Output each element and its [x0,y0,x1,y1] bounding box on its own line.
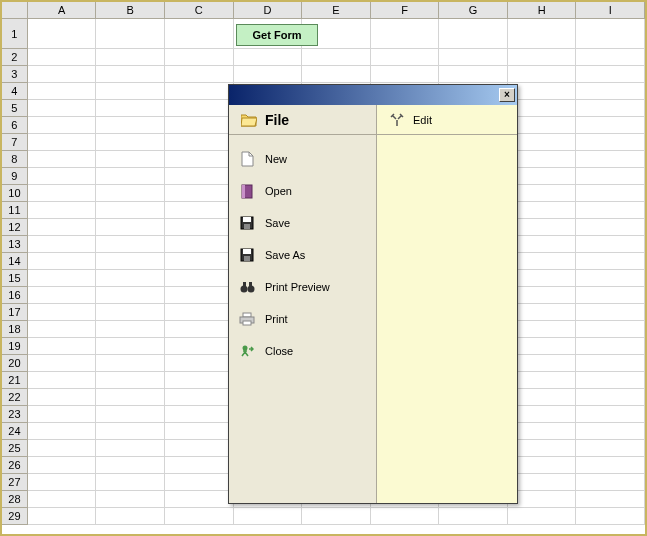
cell[interactable] [576,287,645,304]
cell[interactable] [96,168,165,185]
cell[interactable] [28,457,97,474]
cell[interactable] [28,508,97,525]
row-header[interactable]: 20 [2,355,28,372]
row-header[interactable]: 25 [2,440,28,457]
cell[interactable] [28,117,97,134]
cell[interactable] [28,372,97,389]
row-header[interactable]: 17 [2,304,28,321]
cell[interactable] [96,304,165,321]
cell[interactable] [165,355,234,372]
row-header[interactable]: 14 [2,253,28,270]
row-header[interactable]: 24 [2,423,28,440]
cell[interactable] [508,372,577,389]
cell[interactable] [96,236,165,253]
cell[interactable] [28,19,97,49]
cell[interactable] [28,304,97,321]
col-header[interactable]: D [234,2,303,19]
cell[interactable] [576,219,645,236]
cell[interactable] [96,457,165,474]
cell[interactable] [96,83,165,100]
cell[interactable] [165,83,234,100]
cell[interactable] [508,66,577,83]
cell[interactable] [165,457,234,474]
cell[interactable] [508,100,577,117]
cell[interactable] [576,338,645,355]
cell[interactable] [576,117,645,134]
cell[interactable] [96,491,165,508]
cell[interactable] [508,202,577,219]
cell[interactable] [96,508,165,525]
cell[interactable] [302,508,371,525]
cell[interactable] [96,66,165,83]
cell[interactable] [234,508,303,525]
cell[interactable] [165,389,234,406]
cell[interactable] [96,202,165,219]
cell[interactable] [576,304,645,321]
cell[interactable] [508,83,577,100]
row-header[interactable]: 13 [2,236,28,253]
cell[interactable] [576,474,645,491]
cell[interactable] [28,440,97,457]
cell[interactable] [165,66,234,83]
cell[interactable] [165,423,234,440]
cell[interactable] [576,66,645,83]
cell[interactable] [165,440,234,457]
row-header[interactable]: 16 [2,287,28,304]
row-header[interactable]: 7 [2,134,28,151]
cell[interactable] [576,168,645,185]
cell[interactable] [371,508,440,525]
cell[interactable] [28,338,97,355]
tab-edit[interactable]: Edit [377,105,517,135]
cell[interactable] [576,508,645,525]
cell[interactable] [28,355,97,372]
cell[interactable] [165,338,234,355]
cell[interactable] [165,304,234,321]
cell[interactable] [96,151,165,168]
cell[interactable] [576,491,645,508]
cell[interactable] [28,151,97,168]
menu-close[interactable]: Close [229,335,376,367]
tab-file[interactable]: File [229,105,377,135]
cell[interactable] [508,185,577,202]
cell[interactable] [28,219,97,236]
cell[interactable] [508,304,577,321]
row-header[interactable]: 26 [2,457,28,474]
cell[interactable] [576,253,645,270]
cell[interactable] [508,253,577,270]
cell[interactable] [508,236,577,253]
cell[interactable] [508,321,577,338]
cell[interactable] [508,151,577,168]
col-header[interactable]: H [508,2,577,19]
cell[interactable] [96,338,165,355]
row-header[interactable]: 28 [2,491,28,508]
cell[interactable] [508,270,577,287]
cell[interactable] [165,287,234,304]
cell[interactable] [28,185,97,202]
cell[interactable] [165,474,234,491]
cell[interactable] [439,49,508,66]
select-all-corner[interactable] [2,2,28,19]
cell[interactable] [28,474,97,491]
menu-new[interactable]: New [229,143,376,175]
cell[interactable] [96,219,165,236]
cell[interactable] [576,321,645,338]
cell[interactable] [234,66,303,83]
cell[interactable] [28,83,97,100]
row-header[interactable]: 8 [2,151,28,168]
cell[interactable] [165,253,234,270]
cell[interactable] [28,491,97,508]
cell[interactable] [165,219,234,236]
cell[interactable] [165,168,234,185]
cell[interactable] [439,66,508,83]
cell[interactable] [508,287,577,304]
cell[interactable] [165,406,234,423]
cell[interactable] [576,185,645,202]
cell[interactable] [165,151,234,168]
cell[interactable] [96,321,165,338]
cell[interactable] [576,100,645,117]
get-form-button[interactable]: Get Form [236,24,318,46]
col-header[interactable]: E [302,2,371,19]
row-header[interactable]: 3 [2,66,28,83]
cell[interactable] [576,406,645,423]
col-header[interactable]: G [439,2,508,19]
